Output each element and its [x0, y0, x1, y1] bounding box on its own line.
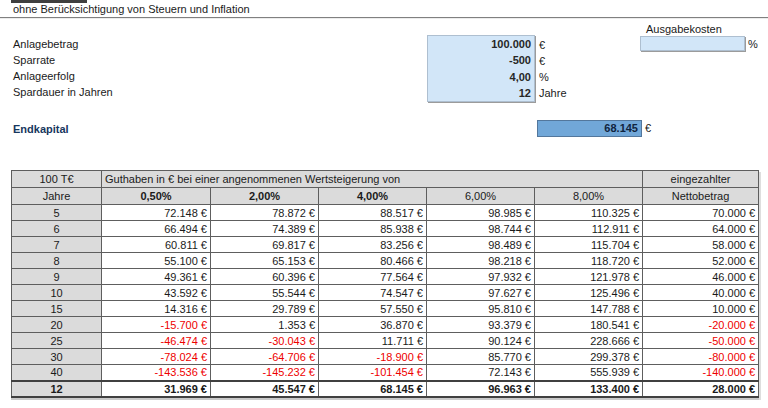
value-cell: 11.711 € [319, 333, 427, 349]
table-row: 760.811 €69.817 €83.256 €98.489 €115.704… [12, 237, 759, 253]
sparrate-field[interactable]: -500 [428, 52, 534, 68]
value-cell: -145.232 € [211, 365, 319, 381]
total-row: 12 31.969 € 45.547 € 68.145 € 96.963 € 1… [12, 381, 759, 397]
value-cell: -18.900 € [319, 349, 427, 365]
endkapital-label: Endkapital [13, 122, 69, 137]
value-cell: 110.325 € [535, 205, 643, 221]
value-cell: 36.870 € [319, 317, 427, 333]
value-cell: 72.148 € [102, 205, 211, 221]
value-cell: 74.547 € [319, 285, 427, 301]
value-cell: 98.985 € [427, 205, 535, 221]
anlageerfolg-unit: % [539, 69, 549, 85]
total-value-cell: 28.000 € [643, 381, 759, 397]
table-row: 1043.592 €55.544 €74.547 €97.627 €125.49… [12, 285, 759, 301]
value-cell: 97.627 € [427, 285, 535, 301]
value-cell: 80.466 € [319, 253, 427, 269]
value-cell: -143.536 € [102, 365, 211, 381]
value-cell: 72.143 € [427, 365, 535, 381]
total-value-cell: 96.963 € [427, 381, 535, 397]
total-value-cell: 68.145 € [319, 381, 427, 397]
table-header-row-1: 100 T€ Guthaben in € bei einer angenomme… [12, 171, 759, 188]
value-cell: 98.744 € [427, 221, 535, 237]
anlageerfolg-field[interactable]: 4,00 [428, 69, 534, 85]
year-cell: 30 [12, 349, 102, 365]
value-cell: 118.720 € [535, 253, 643, 269]
value-cell: 98.218 € [427, 253, 535, 269]
value-cell: 64.000 € [643, 221, 759, 237]
value-cell: 78.872 € [211, 205, 319, 221]
value-cell: 228.666 € [535, 333, 643, 349]
value-cell: 83.256 € [319, 237, 427, 253]
table-row: 666.494 €74.389 €85.938 €98.744 €112.911… [12, 221, 759, 237]
table-row: 25-46.474 €-30.043 €11.711 €90.124 €228.… [12, 333, 759, 349]
sparrate-label: Sparrate [13, 52, 55, 68]
value-cell: 85.938 € [319, 221, 427, 237]
table-row: 40-143.536 €-145.232 €-101.454 €72.143 €… [12, 365, 759, 381]
spreadsheet-view: ohne Berücksichtigung von Steuern und In… [0, 0, 768, 408]
value-cell: -64.706 € [211, 349, 319, 365]
table-row: 572.148 €78.872 €88.517 €98.985 €110.325… [12, 205, 759, 221]
table-row: 855.100 €65.153 €80.466 €98.218 €118.720… [12, 253, 759, 269]
year-cell: 10 [12, 285, 102, 301]
value-cell: 90.124 € [427, 333, 535, 349]
table-row: 949.361 €60.396 €77.564 €97.932 €121.978… [12, 269, 759, 285]
year-cell: 40 [12, 365, 102, 381]
year-cell: 8 [12, 253, 102, 269]
table-header-row-2: Jahre 0,50% 2,00% 4,00% 6,00% 8,00% Nett… [12, 188, 759, 205]
value-cell: 46.000 € [643, 269, 759, 285]
value-cell: 299.378 € [535, 349, 643, 365]
value-cell: 55.544 € [211, 285, 319, 301]
value-cell: 55.100 € [102, 253, 211, 269]
anlagebetrag-label: Anlagebetrag [13, 36, 78, 52]
year-cell: 20 [12, 317, 102, 333]
ausgabekosten-unit: % [748, 37, 758, 51]
spardauer-field[interactable]: 12 [428, 85, 534, 101]
table-row: 30-78.024 €-64.706 €-18.900 €85.770 €299… [12, 349, 759, 365]
value-cell: 97.932 € [427, 269, 535, 285]
total-value-cell: 31.969 € [102, 381, 211, 397]
value-cell: 58.000 € [643, 237, 759, 253]
value-cell: -46.474 € [102, 333, 211, 349]
value-cell: 74.389 € [211, 221, 319, 237]
value-cell: -30.043 € [211, 333, 319, 349]
value-cell: 112.911 € [535, 221, 643, 237]
value-cell: -50.000 € [643, 333, 759, 349]
value-cell: 88.517 € [319, 205, 427, 221]
value-cell: 65.153 € [211, 253, 319, 269]
value-cell: -140.000 € [643, 365, 759, 381]
sparrate-unit: € [539, 53, 545, 69]
rate-header-cell: 8,00% [535, 188, 643, 205]
value-cell: 57.550 € [319, 301, 427, 317]
ausgabekosten-field[interactable] [640, 36, 745, 51]
table-row: 20-15.700 €1.353 €36.870 €93.379 €180.54… [12, 317, 759, 333]
value-cell: 125.496 € [535, 285, 643, 301]
value-cell: 49.361 € [102, 269, 211, 285]
spardauer-unit: Jahre [539, 85, 567, 101]
rate-header-cell: 4,00% [319, 188, 427, 205]
value-cell: 60.396 € [211, 269, 319, 285]
anlagebetrag-field[interactable]: 100.000 [428, 36, 534, 52]
value-cell: 115.704 € [535, 237, 643, 253]
netto-header-line1-cell: eingezahlter [643, 171, 759, 188]
ausgabekosten-label: Ausgabekosten [646, 23, 722, 36]
value-cell: 98.489 € [427, 237, 535, 253]
value-cell: 77.564 € [319, 269, 427, 285]
year-cell: 6 [12, 221, 102, 237]
total-year-cell: 12 [12, 381, 102, 397]
value-cell: 70.000 € [643, 205, 759, 221]
value-cell: 40.000 € [643, 285, 759, 301]
rate-header-cell: 2,00% [211, 188, 319, 205]
value-cell: 29.789 € [211, 301, 319, 317]
jahre-header-cell: Jahre [12, 188, 102, 205]
year-cell: 15 [12, 301, 102, 317]
year-cell: 5 [12, 205, 102, 221]
value-cell: 60.811 € [102, 237, 211, 253]
value-cell: 121.978 € [535, 269, 643, 285]
value-cell: 1.353 € [211, 317, 319, 333]
value-cell: 85.770 € [427, 349, 535, 365]
anlagebetrag-unit: € [539, 37, 545, 53]
horizontal-divider [0, 17, 768, 19]
subtitle: ohne Berücksichtigung von Steuern und In… [13, 3, 250, 16]
value-cell: 69.817 € [211, 237, 319, 253]
results-table: 100 T€ Guthaben in € bei einer angenomme… [11, 170, 759, 398]
